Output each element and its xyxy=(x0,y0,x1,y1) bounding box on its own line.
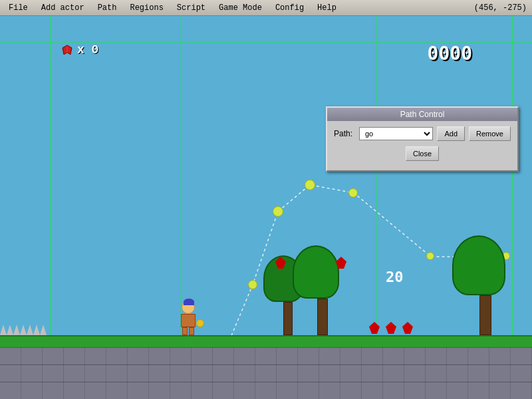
dialog-path-row: Path: go Add Remove xyxy=(334,126,511,141)
spike-4 xyxy=(20,325,27,335)
dialog-titlebar: Path Control xyxy=(327,108,517,121)
coordinates-display: (456, -275) xyxy=(474,3,527,13)
menu-add-actor[interactable]: Add actor xyxy=(35,1,90,15)
dialog-close-row: Close xyxy=(334,146,511,165)
close-button[interactable]: Close xyxy=(406,146,439,161)
menu-script[interactable]: Script xyxy=(171,1,211,15)
menu-game-mode[interactable]: Game Mode xyxy=(213,1,268,15)
dialog-path-label: Path: xyxy=(334,129,355,138)
score-mid: 20 xyxy=(386,269,404,285)
spike-3 xyxy=(13,325,20,335)
char-leg-right xyxy=(189,327,194,335)
spike-6 xyxy=(33,325,40,335)
path-select[interactable]: go xyxy=(359,127,433,140)
spikes xyxy=(0,325,47,335)
spike-1 xyxy=(0,325,7,335)
hud-lives: x 0 xyxy=(60,43,98,57)
path-dot-2[interactable] xyxy=(248,280,257,289)
tree-2 xyxy=(306,245,339,335)
stone-ground xyxy=(0,347,532,399)
spike-7 xyxy=(40,325,47,335)
path-control-dialog: Path Control Path: go Add Remove Close xyxy=(326,106,519,172)
hud-lives-label: x 0 xyxy=(77,43,98,57)
path-dot-3[interactable] xyxy=(273,206,283,217)
char-hair xyxy=(184,299,194,305)
char-head xyxy=(182,301,195,314)
player-character xyxy=(176,301,200,335)
menu-regions[interactable]: Regions xyxy=(124,1,169,15)
menu-help[interactable]: Help xyxy=(311,1,342,15)
hud-score: 0000 xyxy=(428,43,472,65)
game-canvas: x 0 0000 20 xyxy=(0,16,532,399)
tree-3 xyxy=(466,235,505,335)
grass-strip xyxy=(0,335,532,347)
menu-file[interactable]: File xyxy=(3,1,34,15)
add-button[interactable]: Add xyxy=(437,126,465,141)
menu-config[interactable]: Config xyxy=(269,1,310,15)
spike-2 xyxy=(7,325,13,335)
throw-ball xyxy=(196,319,204,327)
menu-bar: File Add actor Path Regions Script Game … xyxy=(0,0,532,16)
remove-button[interactable]: Remove xyxy=(469,126,511,141)
ground xyxy=(0,335,532,399)
path-dot-4[interactable] xyxy=(305,180,315,190)
char-leg-left xyxy=(182,327,188,335)
heart-gem-icon xyxy=(60,43,74,57)
dialog-content: Path: go Add Remove Close xyxy=(327,121,517,170)
char-body xyxy=(181,314,196,327)
char-legs xyxy=(176,327,200,335)
menu-path[interactable]: Path xyxy=(92,1,123,15)
spike-5 xyxy=(27,325,33,335)
path-dot-5[interactable] xyxy=(348,188,358,198)
path-dot-6[interactable] xyxy=(426,252,434,260)
